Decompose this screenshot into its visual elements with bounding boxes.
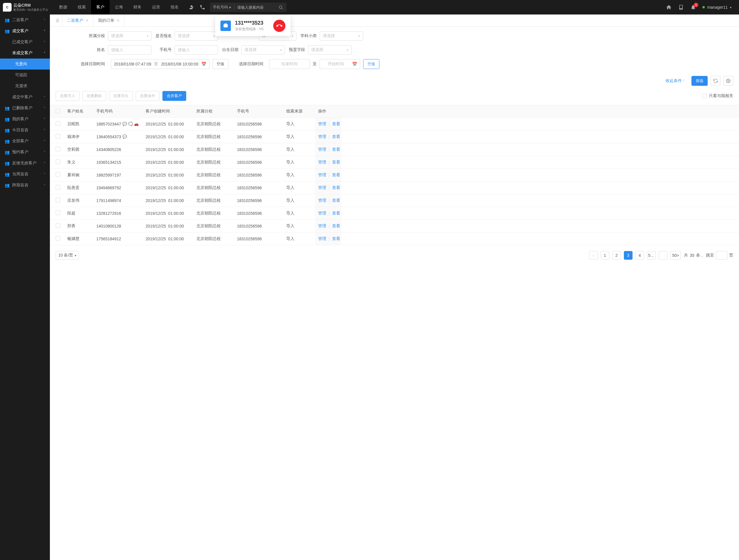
manage-link[interactable]: 管理 <box>318 122 326 127</box>
row-checkbox[interactable] <box>56 172 60 177</box>
nav-item-1[interactable]: 线索 <box>72 0 91 14</box>
view-link[interactable]: 查看 <box>332 122 340 127</box>
logo[interactable]: C 云朵CRM 教育机构一站式服务云平台 <box>3 3 54 12</box>
bulk-operate-button[interactable]: 批量操作 <box>136 91 159 101</box>
sidebar-item[interactable]: 👥全部客户˅ <box>0 136 50 147</box>
page-button[interactable]: 1 <box>601 251 609 260</box>
sidebar-item[interactable]: 👥二咨客户˅ <box>0 14 50 25</box>
manage-link[interactable]: 管理 <box>318 223 326 229</box>
select[interactable]: 请选择▾ <box>108 31 151 41</box>
page-button[interactable]: 2 <box>612 251 621 260</box>
dial-icon[interactable] <box>199 4 205 10</box>
select[interactable]: 请选择▾ <box>320 31 363 41</box>
sidebar-item[interactable]: 👥预约客户˅ <box>0 147 50 158</box>
close-icon[interactable]: ✕ <box>86 19 89 23</box>
row-checkbox[interactable] <box>56 236 60 240</box>
select[interactable]: 请选择▾ <box>241 45 285 54</box>
filter-button[interactable]: 筛选 <box>692 76 708 86</box>
page-button[interactable] <box>659 251 668 260</box>
prev-page-button[interactable]: ‹ <box>589 251 598 260</box>
view-link[interactable]: 查看 <box>332 134 340 140</box>
sidebar-item[interactable]: 成交中客户˅ <box>0 91 50 103</box>
manage-link[interactable]: 管理 <box>318 134 326 140</box>
page-button[interactable]: 3 <box>624 251 632 260</box>
nav-item-2[interactable]: 客户 <box>91 0 110 14</box>
select-all-checkbox[interactable] <box>56 109 60 113</box>
view-link[interactable]: 查看 <box>332 223 340 229</box>
settings-icon[interactable] <box>723 76 733 86</box>
empty-value-button-2[interactable]: 空值 <box>363 59 380 69</box>
select[interactable]: 请选择▾ <box>175 31 218 41</box>
nav-item-0[interactable]: 数据 <box>54 0 72 14</box>
row-checkbox[interactable] <box>56 185 60 190</box>
sidebar-item[interactable]: 可追踪 <box>0 69 50 80</box>
search-type-select[interactable]: 手机号码 ▾ <box>210 5 234 10</box>
nav-item-6[interactable]: 报名 <box>165 0 184 14</box>
manage-link[interactable]: 管理 <box>318 198 326 203</box>
text-input[interactable] <box>178 47 215 52</box>
hangup-button[interactable] <box>273 20 285 32</box>
sidebar-item[interactable]: 无需求 <box>0 80 50 91</box>
manage-link[interactable]: 管理 <box>318 185 326 190</box>
bulk-import-button[interactable]: 批量导入 <box>56 91 80 101</box>
row-checkbox[interactable] <box>56 134 60 139</box>
row-checkbox[interactable] <box>56 147 60 151</box>
sidebar-item[interactable]: 👥今日首咨˅ <box>0 125 50 136</box>
add-user-icon[interactable] <box>188 4 194 10</box>
home-icon[interactable] <box>666 4 672 10</box>
nav-item-4[interactable]: 财务 <box>128 0 147 14</box>
page-jump-input[interactable] <box>716 251 727 260</box>
tab[interactable]: 我的订单✕ <box>93 14 124 27</box>
empty-value-button-1[interactable]: 空值 <box>212 59 229 69</box>
sidebar-item[interactable]: 👥当周首咨˅ <box>0 169 50 180</box>
row-checkbox[interactable] <box>56 210 60 215</box>
manage-link[interactable]: 管理 <box>318 211 326 216</box>
view-link[interactable]: 查看 <box>332 211 340 216</box>
bulk-delete-button[interactable]: 批量删除 <box>83 91 106 101</box>
collapse-filters-button[interactable]: 收起条件 ˄ <box>661 76 689 86</box>
manage-link[interactable]: 管理 <box>318 147 326 152</box>
sidebar-item[interactable]: 👥我的客户˅ <box>0 114 50 125</box>
view-link[interactable]: 查看 <box>332 236 340 241</box>
text-input[interactable] <box>111 47 148 52</box>
manage-link[interactable]: 管理 <box>318 172 326 178</box>
view-link[interactable]: 查看 <box>332 160 340 165</box>
user-menu[interactable]: manager11 ▾ <box>703 5 731 10</box>
sidebar-item[interactable]: 无意向 <box>0 58 50 69</box>
menu-toggle-icon[interactable]: ☰ <box>53 18 62 23</box>
manage-link[interactable]: 管理 <box>318 236 326 241</box>
select[interactable]: 请选择▾ <box>308 45 351 54</box>
page-button[interactable]: 50> <box>670 251 681 260</box>
page-size-select[interactable]: 10 条/页 ▾ <box>56 251 79 260</box>
page-button[interactable]: 4 <box>635 251 644 260</box>
nav-item-3[interactable]: 公海 <box>110 0 128 14</box>
view-link[interactable]: 查看 <box>332 147 340 152</box>
search-input[interactable] <box>234 5 275 10</box>
row-checkbox[interactable] <box>56 159 60 164</box>
date-end-input[interactable]: 结束时间 <box>269 59 310 69</box>
date-start-input[interactable]: 开始时间 📅 <box>320 59 360 69</box>
sidebar-item[interactable]: 未成交客户˄ <box>0 47 50 58</box>
sidebar-item[interactable]: 👥成交客户˄ <box>0 25 50 36</box>
notification-icon[interactable]: 5 <box>690 4 696 10</box>
sidebar-item[interactable]: 👥反馈无效客户˅ <box>0 158 50 169</box>
close-icon[interactable]: ✕ <box>117 19 120 23</box>
row-checkbox[interactable] <box>56 198 60 202</box>
sidebar-item[interactable]: 👥跨期首咨˅ <box>0 180 50 191</box>
row-checkbox[interactable] <box>56 121 60 126</box>
only-mine-toggle[interactable]: 只看与我相关 <box>702 94 733 99</box>
bulk-export-button[interactable]: 批量导出 <box>109 91 133 101</box>
row-checkbox[interactable] <box>56 223 60 228</box>
search-icon[interactable] <box>275 5 287 10</box>
refresh-icon[interactable] <box>711 76 720 86</box>
manage-link[interactable]: 管理 <box>318 160 326 165</box>
tab[interactable]: 二咨客户✕ <box>62 14 94 27</box>
page-button[interactable]: 5… <box>647 251 656 260</box>
view-link[interactable]: 查看 <box>332 198 340 203</box>
nav-item-5[interactable]: 运营 <box>147 0 165 14</box>
mobile-icon[interactable] <box>678 4 684 10</box>
sidebar-item[interactable]: 👥已删除客户˅ <box>0 103 50 114</box>
date-range-1[interactable]: 2018/01/08 07:47:09 至 2018/01/08 10:00:0… <box>111 59 209 69</box>
view-link[interactable]: 查看 <box>332 172 340 178</box>
sidebar-item[interactable]: 已成交客户˅ <box>0 36 50 47</box>
